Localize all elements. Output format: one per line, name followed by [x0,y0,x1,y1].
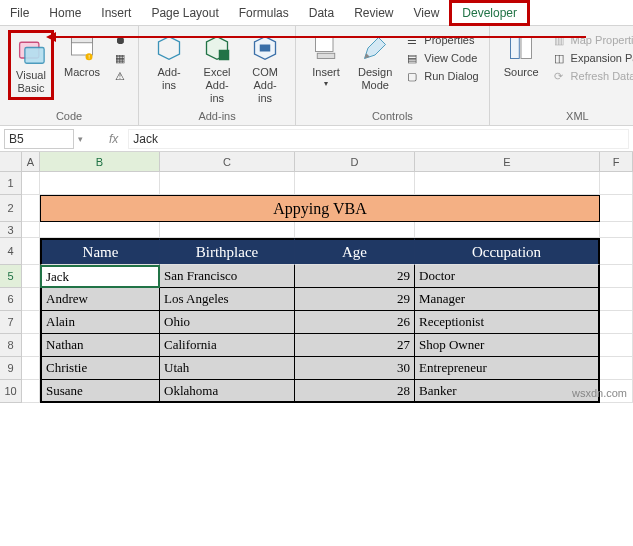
row-header-5[interactable]: 5 [0,265,22,288]
view-code-button[interactable]: ▤ View Code [404,50,478,66]
cell-d8[interactable]: 27 [295,334,415,357]
cell-b6[interactable]: Andrew [40,288,160,311]
col-header-c[interactable]: C [160,152,295,172]
row-header-7[interactable]: 7 [0,311,22,334]
cell-b7[interactable]: Alain [40,311,160,334]
header-occupation[interactable]: Occupation [415,238,600,265]
cell-c9[interactable]: Utah [160,357,295,380]
cell-b5[interactable]: Jack [40,265,160,288]
map-properties-button[interactable]: ▥ Map Properties [551,32,633,48]
record-macro-button[interactable]: ⏺ [112,32,128,48]
col-header-f[interactable]: F [600,152,633,172]
formula-input[interactable]: Jack [128,129,629,149]
row-header-2[interactable]: 2 [0,195,22,222]
expansion-packs-button[interactable]: ◫ Expansion Packs [551,50,633,66]
cell-c5[interactable]: San Francisco [160,265,295,288]
cell-c7[interactable]: Ohio [160,311,295,334]
cell-a6[interactable] [22,288,40,311]
excel-addins-button[interactable]: Excel Add-ins [195,30,239,108]
cell-e9[interactable]: Entrepreneur [415,357,600,380]
row-header-3[interactable]: 3 [0,222,22,238]
design-mode-button[interactable]: Design Mode [352,30,398,94]
cell-b10[interactable]: Susane [40,380,160,403]
tab-home[interactable]: Home [39,0,91,26]
cell-b8[interactable]: Nathan [40,334,160,357]
header-birthplace[interactable]: Birthplace [160,238,295,265]
row-header-10[interactable]: 10 [0,380,22,403]
cell-d10[interactable]: 28 [295,380,415,403]
cell-e5[interactable]: Doctor [415,265,600,288]
cell-c6[interactable]: Los Angeles [160,288,295,311]
cell-c10[interactable]: Oklahoma [160,380,295,403]
tab-insert[interactable]: Insert [91,0,141,26]
select-all-corner[interactable] [0,152,22,172]
cell-a4[interactable] [22,238,40,265]
cell-d9[interactable]: 30 [295,357,415,380]
com-addins-button[interactable]: COM Add-ins [243,30,287,108]
tab-data[interactable]: Data [299,0,344,26]
header-age[interactable]: Age [295,238,415,265]
cell-d1[interactable] [295,172,415,195]
row-header-6[interactable]: 6 [0,288,22,311]
col-header-b[interactable]: B [40,152,160,172]
cell-f5[interactable] [600,265,633,288]
row-header-4[interactable]: 4 [0,238,22,265]
cell-a7[interactable] [22,311,40,334]
cell-a9[interactable] [22,357,40,380]
tab-formulas[interactable]: Formulas [229,0,299,26]
cell-c3[interactable] [160,222,295,238]
col-header-e[interactable]: E [415,152,600,172]
row-header-8[interactable]: 8 [0,334,22,357]
cell-f3[interactable] [600,222,633,238]
cell-a8[interactable] [22,334,40,357]
cell-f7[interactable] [600,311,633,334]
tab-page-layout[interactable]: Page Layout [141,0,228,26]
tab-view[interactable]: View [404,0,450,26]
cell-f4[interactable] [600,238,633,265]
cell-f6[interactable] [600,288,633,311]
cell-d5[interactable]: 29 [295,265,415,288]
cell-f9[interactable] [600,357,633,380]
insert-control-button[interactable]: Insert ▾ [304,30,348,91]
cell-f8[interactable] [600,334,633,357]
col-header-a[interactable]: A [22,152,40,172]
row-header-9[interactable]: 9 [0,357,22,380]
cell-d3[interactable] [295,222,415,238]
tab-review[interactable]: Review [344,0,403,26]
cell-e7[interactable]: Receptionist [415,311,600,334]
cell-e3[interactable] [415,222,600,238]
cell-f2[interactable] [600,195,633,222]
tab-developer[interactable]: Developer [449,0,530,26]
cell-d6[interactable]: 29 [295,288,415,311]
header-name[interactable]: Name [40,238,160,265]
namebox-dropdown-icon[interactable]: ▾ [78,134,83,144]
col-header-d[interactable]: D [295,152,415,172]
row-header-1[interactable]: 1 [0,172,22,195]
cell-a3[interactable] [22,222,40,238]
relative-refs-button[interactable]: ▦ [112,50,128,66]
refresh-data-button[interactable]: ⟳ Refresh Data [551,68,633,84]
tab-file[interactable]: File [0,0,39,26]
cell-a10[interactable] [22,380,40,403]
cell-b9[interactable]: Christie [40,357,160,380]
addins-button[interactable]: Add- ins [147,30,191,94]
title-cell[interactable]: Appying VBA [40,195,600,222]
cell-b3[interactable] [40,222,160,238]
cell-a1[interactable] [22,172,40,195]
cell-a2[interactable] [22,195,40,222]
cell-e6[interactable]: Manager [415,288,600,311]
cell-e8[interactable]: Shop Owner [415,334,600,357]
cell-d7[interactable]: 26 [295,311,415,334]
cell-c8[interactable]: California [160,334,295,357]
macro-security-button[interactable]: ⚠ [112,68,128,84]
name-box[interactable]: B5 [4,129,74,149]
properties-button[interactable]: ☰ Properties [404,32,478,48]
cell-e1[interactable] [415,172,600,195]
cell-b1[interactable] [40,172,160,195]
cell-a5[interactable] [22,265,40,288]
svg-rect-8 [219,50,230,61]
run-dialog-button[interactable]: ▢ Run Dialog [404,68,478,84]
fx-icon[interactable]: fx [103,132,124,146]
cell-f1[interactable] [600,172,633,195]
cell-c1[interactable] [160,172,295,195]
